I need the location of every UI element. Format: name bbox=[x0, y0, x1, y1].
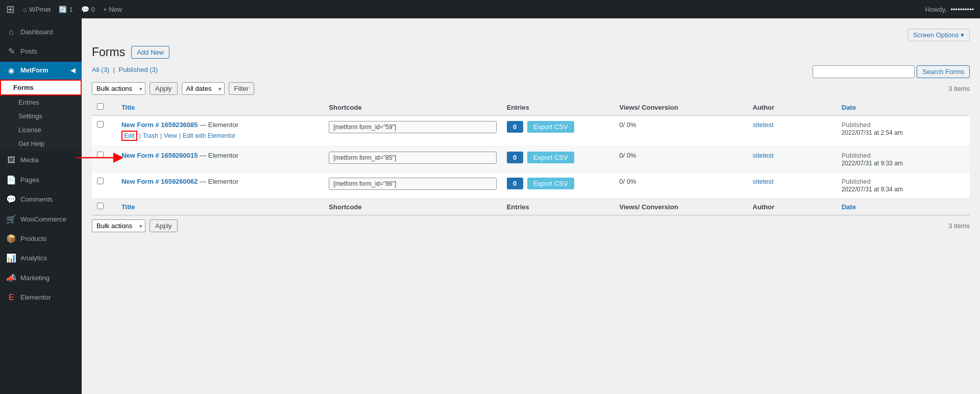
bulk-actions-select-bottom[interactable]: Bulk actions bbox=[92, 219, 145, 232]
footer-date[interactable]: Date bbox=[837, 199, 970, 215]
new-item[interactable]: + New bbox=[103, 6, 122, 13]
row1-checkbox[interactable] bbox=[97, 121, 104, 128]
items-count-bottom: 3 items bbox=[948, 222, 970, 230]
row1-shortcode-cell bbox=[324, 116, 501, 146]
sidebar-item-posts[interactable]: ✎ Posts bbox=[0, 42, 82, 61]
woocommerce-icon: 🛒 bbox=[6, 214, 16, 225]
sidebar-sub-item-license[interactable]: License bbox=[0, 123, 82, 137]
row3-author-cell: sitetest bbox=[748, 173, 837, 199]
search-input[interactable] bbox=[813, 65, 915, 78]
sidebar-sub-item-forms[interactable]: Forms bbox=[0, 80, 82, 95]
products-icon: 📦 bbox=[6, 233, 16, 244]
row3-shortcode-cell bbox=[324, 173, 501, 199]
row3-export-csv-button[interactable]: Export CSV bbox=[527, 178, 574, 189]
filter-bar-bottom: Bulk actions Apply 3 items bbox=[92, 219, 970, 232]
row1-edit-link[interactable]: Edit bbox=[124, 132, 135, 139]
date-filter-wrapper: All dates bbox=[182, 82, 225, 95]
row3-date-status: Published bbox=[842, 178, 871, 185]
home-icon: ⌂ bbox=[23, 6, 27, 13]
footer-title[interactable]: Title bbox=[116, 199, 324, 215]
row2-views-value: 0/ 0% bbox=[619, 152, 636, 159]
screen-options-button[interactable]: Screen Options ▾ bbox=[908, 29, 970, 41]
sidebar-sub-item-entries[interactable]: Entries bbox=[0, 95, 82, 109]
row1-shortcode-input[interactable] bbox=[329, 121, 496, 133]
row1-entries-cell: 0 Export CSV bbox=[502, 116, 615, 146]
row2-shortcode-cell bbox=[324, 146, 501, 173]
row1-date-value: 2022/07/31 at 2:54 am bbox=[842, 129, 903, 136]
row2-checkbox[interactable] bbox=[97, 152, 104, 158]
footer-select-all-checkbox[interactable] bbox=[97, 203, 104, 209]
row1-view-link[interactable]: View bbox=[164, 132, 177, 139]
header-author: Author bbox=[748, 99, 837, 116]
date-filter-select[interactable]: All dates bbox=[182, 82, 225, 95]
header-date[interactable]: Date bbox=[837, 99, 970, 116]
search-forms-button[interactable]: Search Forms bbox=[917, 65, 970, 78]
row1-subtitle: — Elementor bbox=[200, 121, 238, 129]
wp-logo-icon[interactable]: ⊞ bbox=[6, 3, 15, 15]
updates-item[interactable]: 🔄 1 bbox=[59, 6, 72, 13]
apply-button-top[interactable]: Apply bbox=[150, 82, 178, 95]
filter-button[interactable]: Filter bbox=[229, 82, 255, 95]
row3-checkbox[interactable] bbox=[97, 178, 104, 184]
row2-entries-badge: 0 bbox=[507, 152, 523, 163]
table-header-row: Title Shortcode Entries Views/ Conversio… bbox=[92, 99, 970, 116]
row1-edit-highlight: Edit bbox=[121, 131, 137, 141]
row2-author-link[interactable]: sitetest bbox=[753, 152, 774, 159]
row1-title-cell: New Form # 1659236085 — Elementor Edit |… bbox=[116, 116, 324, 146]
row3-title-link[interactable]: New Form # 1659260062 bbox=[121, 178, 198, 185]
updates-icon: 🔄 bbox=[59, 6, 67, 13]
row1-export-csv-button[interactable]: Export CSV bbox=[527, 121, 574, 133]
footer-checkbox-col bbox=[92, 199, 116, 215]
row1-date-status: Published bbox=[842, 121, 871, 129]
sidebar-item-pages[interactable]: 📄 Pages bbox=[0, 170, 82, 190]
view-published-link[interactable]: Published (3) bbox=[119, 66, 158, 73]
sidebar-item-comments[interactable]: 💬 Comments bbox=[0, 190, 82, 209]
view-all-link[interactable]: All (3) bbox=[92, 66, 109, 73]
row1-entries-badge: 0 bbox=[507, 121, 523, 133]
row2-entries-cell: 0 Export CSV bbox=[502, 146, 615, 173]
posts-icon: ✎ bbox=[6, 46, 16, 57]
row2-export-csv-button[interactable]: Export CSV bbox=[527, 152, 574, 163]
bulk-actions-select[interactable]: Bulk actions bbox=[92, 82, 145, 95]
table-row: New Form # 1659260015 — Elementor 0 Expo… bbox=[92, 146, 970, 173]
sidebar-item-products[interactable]: 📦 Products bbox=[0, 229, 82, 249]
row2-title-link[interactable]: New Form # 1659260015 bbox=[121, 152, 198, 159]
add-new-button[interactable]: Add New bbox=[131, 46, 169, 59]
sidebar-item-elementor[interactable]: E Elementor bbox=[0, 288, 82, 307]
row1-entries-inner: 0 Export CSV bbox=[507, 121, 609, 133]
sidebar-item-woocommerce[interactable]: 🛒 WooCommerce bbox=[0, 210, 82, 229]
sidebar-sub-item-gethelp[interactable]: Get Help bbox=[0, 137, 82, 151]
row1-author-link[interactable]: sitetest bbox=[753, 121, 774, 129]
row3-author-link[interactable]: sitetest bbox=[753, 178, 774, 185]
sidebar-item-metform[interactable]: ◉ MetForm ◀ bbox=[0, 62, 82, 80]
row3-views-cell: 0/ 0% bbox=[614, 173, 747, 199]
row3-entries-inner: 0 Export CSV bbox=[507, 178, 609, 189]
header-title[interactable]: Title bbox=[116, 99, 324, 116]
row3-shortcode-input[interactable] bbox=[329, 178, 496, 190]
howdy-text: Howdy, •••••••••• bbox=[925, 6, 974, 13]
row3-checkbox-cell bbox=[92, 173, 116, 199]
table-footer-row: Title Shortcode Entries Views/ Conversio… bbox=[92, 199, 970, 215]
sidebar-item-marketing[interactable]: 📣 Marketing bbox=[0, 268, 82, 288]
apply-button-bottom[interactable]: Apply bbox=[150, 219, 178, 232]
footer-author: Author bbox=[748, 199, 837, 215]
elementor-icon: E bbox=[6, 292, 16, 303]
comments-item[interactable]: 💬 0 bbox=[81, 6, 95, 13]
sidebar-item-dashboard[interactable]: ⌂ Dashboard bbox=[0, 22, 82, 42]
row2-shortcode-input[interactable] bbox=[329, 152, 496, 164]
row1-trash-link[interactable]: Trash bbox=[143, 132, 158, 139]
header-entries: Entries bbox=[502, 99, 615, 116]
sidebar-item-analytics[interactable]: 📊 Analytics bbox=[0, 249, 82, 268]
site-name[interactable]: ⌂ WPmet bbox=[23, 6, 51, 13]
header-views: Views/ Conversion bbox=[614, 99, 747, 116]
row1-title-link[interactable]: New Form # 1659236085 bbox=[121, 121, 198, 129]
row1-edit-elementor-link[interactable]: Edit with Elementor bbox=[183, 132, 235, 139]
sidebar-item-media[interactable]: 🖼 Media bbox=[0, 151, 82, 170]
row3-entries-cell: 0 Export CSV bbox=[502, 173, 615, 199]
page-title: Forms bbox=[92, 45, 125, 59]
comments-icon: 💬 bbox=[6, 194, 16, 205]
select-all-checkbox[interactable] bbox=[97, 103, 104, 110]
sidebar-sub-item-settings[interactable]: Settings bbox=[0, 109, 82, 123]
row3-subtitle: — Elementor bbox=[200, 178, 238, 185]
row1-actions: Edit | Trash | View | Edit with Elemento… bbox=[121, 131, 318, 141]
